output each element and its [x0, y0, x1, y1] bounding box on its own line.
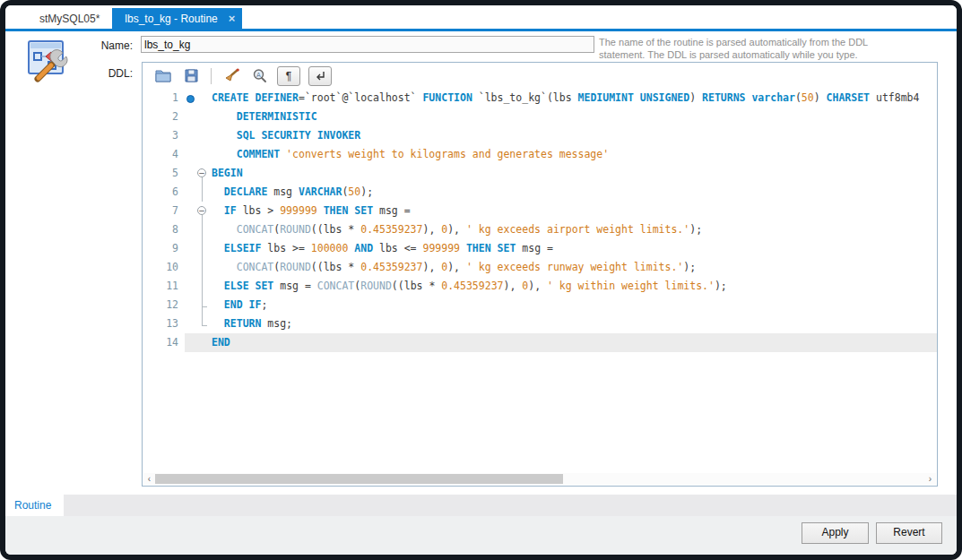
code-text: IF lbs > 999999 THEN SET msg =: [209, 202, 411, 220]
line-number: 3: [143, 126, 185, 145]
marker-margin: [185, 164, 196, 183]
editor-tab-strip: stMySQL05* lbs_to_kg - Routine ×: [5, 5, 957, 31]
search-icon[interactable]: A: [249, 67, 269, 85]
code-line[interactable]: 14END: [143, 333, 937, 352]
app-window: stMySQL05* lbs_to_kg - Routine ×: [0, 0, 962, 560]
footer: Apply Revert: [5, 516, 957, 555]
tab-routine-section[interactable]: Routine: [5, 495, 64, 516]
marker-margin: [185, 108, 196, 126]
marker-margin: [185, 220, 196, 239]
code-line[interactable]: 3 SQL SECURITY INVOKER: [143, 126, 937, 145]
fold-margin: [196, 220, 209, 239]
marker-margin: [185, 202, 196, 220]
open-file-icon[interactable]: [153, 67, 173, 85]
fold-margin: [196, 296, 209, 314]
line-number: 5: [143, 164, 185, 183]
code-line[interactable]: 12 END IF;: [143, 296, 937, 314]
fold-margin: [196, 333, 209, 352]
code-rows[interactable]: 1CREATE DEFINER=`root`@`localhost` FUNCT…: [143, 89, 937, 473]
code-line[interactable]: 7 IF lbs > 999999 THEN SET msg =: [143, 202, 937, 220]
scroll-left-icon[interactable]: ‹: [143, 473, 155, 485]
fold-margin: [196, 258, 209, 277]
ddl-editor: A ¶ 1CREATE DEFINER=`root`@`localhost` F…: [142, 62, 938, 487]
line-number: 14: [143, 333, 185, 352]
code-text: CONCAT(ROUND((lbs * 0.45359237), 0), ' k…: [209, 258, 696, 277]
fold-margin: [196, 277, 209, 296]
horizontal-scrollbar[interactable]: ‹ ›: [143, 473, 936, 485]
scrollbar-thumb[interactable]: [155, 474, 563, 484]
show-invisible-characters-icon[interactable]: ¶: [277, 66, 300, 86]
code-line[interactable]: 10 CONCAT(ROUND((lbs * 0.45359237), 0), …: [143, 258, 937, 277]
code-text: COMMENT 'converts weight to kilograms an…: [209, 145, 609, 164]
fold-margin: [196, 145, 209, 164]
code-text: BEGIN: [209, 164, 243, 183]
help-text: The name of the routine is parsed automa…: [599, 36, 895, 61]
marker-margin: [185, 333, 196, 352]
fold-margin: [196, 108, 209, 126]
tab-routine-label: lbs_to_kg - Routine: [125, 13, 217, 25]
fold-margin: [196, 239, 209, 258]
marker-margin: [185, 183, 196, 202]
code-text: END IF;: [209, 296, 267, 314]
ddl-label: DDL:: [59, 67, 133, 80]
fold-toggle-icon[interactable]: [196, 164, 209, 183]
line-number: 9: [143, 239, 185, 258]
tab-connection[interactable]: stMySQL05*: [27, 8, 112, 29]
apply-button[interactable]: Apply: [802, 522, 869, 544]
window-content: stMySQL05* lbs_to_kg - Routine ×: [5, 5, 957, 555]
code-line[interactable]: 5BEGIN: [143, 164, 937, 183]
routine-editor-panel: Name: The name of the routine is parsed …: [5, 31, 957, 484]
code-text: CONCAT(ROUND((lbs * 0.45359237), 0), ' k…: [209, 220, 702, 239]
scrollbar-track[interactable]: [155, 473, 924, 485]
save-icon[interactable]: [181, 67, 201, 85]
code-text: RETURN msg;: [209, 314, 292, 333]
routine-name-input[interactable]: [141, 36, 594, 53]
code-text: DECLARE msg VARCHAR(50);: [209, 183, 373, 202]
line-number: 13: [143, 314, 185, 333]
code-text: ELSEIF lbs >= 100000 AND lbs <= 999999 T…: [209, 239, 553, 258]
code-line[interactable]: 2 DETERMINISTIC: [143, 108, 937, 126]
code-text: SQL SECURITY INVOKER: [209, 126, 360, 145]
code-text: CREATE DEFINER=`root`@`localhost` FUNCTI…: [209, 89, 919, 108]
code-text: END: [209, 333, 230, 352]
marker-margin: [185, 277, 196, 296]
line-number: 2: [143, 108, 185, 126]
toolbar-separator: [211, 68, 212, 84]
toggle-word-wrap-icon[interactable]: [308, 66, 332, 86]
code-line[interactable]: 11 ELSE SET msg = CONCAT(ROUND((lbs * 0.…: [143, 277, 937, 296]
marker-margin: [185, 258, 196, 277]
line-number: 10: [143, 258, 185, 277]
line-number: 6: [143, 183, 185, 202]
line-number: 11: [143, 277, 185, 296]
code-line[interactable]: 8 CONCAT(ROUND((lbs * 0.45359237), 0), '…: [143, 220, 937, 239]
marker-margin: [185, 126, 196, 145]
marker-margin: [185, 296, 196, 314]
line-number: 1: [143, 89, 185, 108]
code-line[interactable]: 9 ELSEIF lbs >= 100000 AND lbs <= 999999…: [143, 239, 937, 258]
scroll-right-icon[interactable]: ›: [924, 473, 936, 485]
line-number: 12: [143, 296, 185, 314]
bottom-tab-bar: Routine: [5, 495, 957, 516]
code-line[interactable]: 6 DECLARE msg VARCHAR(50);: [143, 183, 937, 202]
marker-margin: [185, 145, 196, 164]
tab-routine[interactable]: lbs_to_kg - Routine ×: [112, 8, 242, 29]
code-text: DETERMINISTIC: [209, 108, 317, 126]
code-line[interactable]: 1CREATE DEFINER=`root`@`localhost` FUNCT…: [143, 89, 937, 108]
marker-margin: [185, 239, 196, 258]
line-number: 7: [143, 202, 185, 220]
fold-margin: [196, 89, 209, 108]
line-number: 4: [143, 145, 185, 164]
name-label: Name:: [59, 39, 133, 52]
ddl-toolbar: A ¶: [143, 63, 937, 89]
close-icon[interactable]: ×: [229, 13, 236, 24]
fold-margin: [196, 183, 209, 202]
code-line[interactable]: 4 COMMENT 'converts weight to kilograms …: [143, 145, 937, 164]
code-line[interactable]: 13 RETURN msg;: [143, 314, 937, 333]
fold-margin: [196, 126, 209, 145]
revert-button[interactable]: Revert: [876, 522, 942, 544]
svg-text:A: A: [256, 72, 261, 79]
statement-marker-icon: [185, 89, 196, 108]
beautify-icon[interactable]: [221, 67, 241, 85]
fold-margin: [196, 314, 209, 333]
fold-toggle-icon[interactable]: [196, 202, 209, 220]
